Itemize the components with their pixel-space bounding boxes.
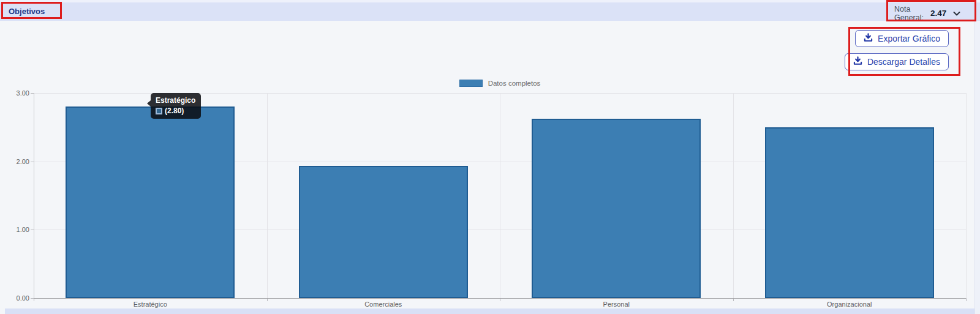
y-axis-line — [34, 93, 34, 298]
tooltip-value-row: (2.80) — [156, 107, 195, 115]
tooltip-caret — [147, 100, 151, 107]
gridline-vertical — [966, 93, 967, 298]
x-axis-tick — [966, 298, 967, 301]
chart-bar-0[interactable] — [66, 107, 235, 298]
tooltip-title: Estratégico — [156, 95, 195, 105]
tooltip-series-swatch — [156, 108, 162, 114]
gridline-vertical — [267, 93, 268, 298]
next-section-header-edge — [5, 308, 975, 314]
chart-bar-2[interactable] — [532, 119, 701, 298]
x-tick-label: Organizacional — [827, 301, 872, 308]
x-axis-line — [34, 298, 966, 299]
y-tick-label: 2.00 — [9, 158, 29, 165]
bar-chart: 3.002.001.000.00EstratégicoComercialesPe… — [0, 0, 980, 314]
objetivos-panel: Objetivos Nota General: 2.47 Exportar Gr… — [0, 0, 980, 314]
chart-bar-1[interactable] — [299, 166, 468, 298]
gridline-vertical — [500, 93, 500, 298]
y-tick-label: 0.00 — [9, 294, 29, 302]
chart-bar-3[interactable] — [765, 127, 934, 298]
chart-tooltip: Estratégico (2.80) — [151, 93, 201, 119]
x-tick-label: Estratégico — [134, 301, 167, 308]
x-tick-label: Comerciales — [364, 301, 402, 308]
y-tick-label: 3.00 — [9, 89, 29, 97]
gridline-vertical — [733, 93, 734, 298]
tooltip-value: (2.80) — [165, 107, 184, 115]
x-tick-label: Personal — [603, 301, 630, 308]
y-tick-label: 1.00 — [9, 226, 29, 233]
scrollbar-track[interactable] — [974, 21, 980, 314]
